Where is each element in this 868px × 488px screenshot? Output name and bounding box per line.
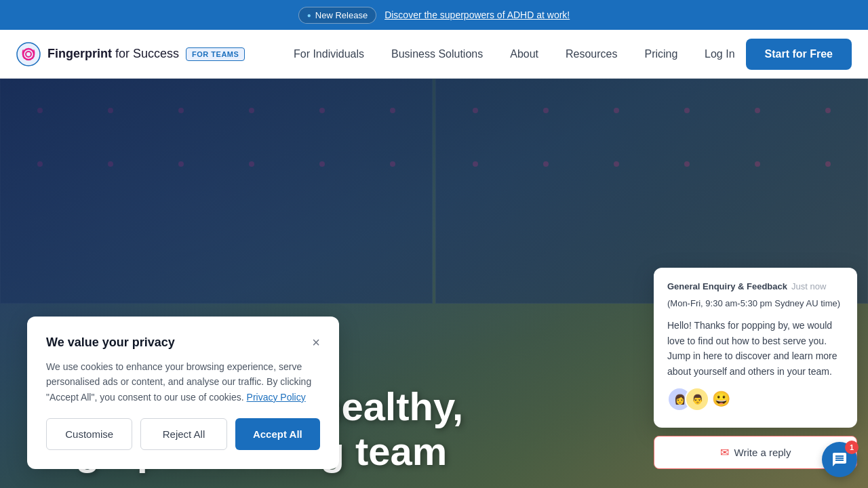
chat-widget: General Enquiry & Feedback Just now (Mon… xyxy=(654,268,857,469)
announcement-link[interactable]: Discover the superpowers of ADHD at work… xyxy=(384,9,570,20)
cookie-buttons: Customise Reject All Accept All xyxy=(46,418,320,450)
reply-icon: ✉ xyxy=(720,446,729,459)
new-release-badge: New Release xyxy=(298,7,376,24)
nav-actions: Log In Start for Free xyxy=(705,39,852,70)
nav-about[interactable]: About xyxy=(499,43,549,66)
chat-notification-badge: 1 xyxy=(845,441,859,454)
chat-hours: (Mon-Fri, 9:30 am-5:30 pm Sydney AU time… xyxy=(667,298,844,308)
nav-pricing[interactable]: Pricing xyxy=(634,43,689,66)
chat-time: Just now xyxy=(791,281,826,291)
login-link[interactable]: Log In xyxy=(705,48,734,60)
cookie-close-button[interactable]: × xyxy=(312,336,320,349)
reject-all-button[interactable]: Reject All xyxy=(140,418,226,450)
logo-text: Fingerprint for Success xyxy=(47,47,179,61)
logo-area[interactable]: Fingerprint for Success FOR TEAMS xyxy=(16,42,245,66)
chat-trigger-button[interactable]: 1 xyxy=(822,442,857,477)
nav-for-individuals[interactable]: For Individuals xyxy=(283,43,375,66)
write-reply-label: Write a reply xyxy=(734,447,791,458)
announcement-bar: New Release Discover the superpowers of … xyxy=(0,0,868,30)
start-free-button[interactable]: Start for Free xyxy=(746,39,852,70)
chat-bubble: General Enquiry & Feedback Just now (Mon… xyxy=(654,268,857,428)
accept-all-button[interactable]: Accept All xyxy=(235,418,320,450)
nav-business-solutions[interactable]: Business Solutions xyxy=(380,43,494,66)
fingerprint-logo-icon xyxy=(16,42,41,66)
chat-message-text: Hello! Thanks for popping by, we would l… xyxy=(667,318,844,379)
cookie-title: We value your privacy xyxy=(46,336,175,350)
svg-point-0 xyxy=(17,43,40,66)
for-teams-badge: FOR TEAMS xyxy=(186,47,245,61)
chat-emoji: 😀 xyxy=(712,390,730,408)
chat-trigger-icon xyxy=(831,451,848,468)
navbar: Fingerprint for Success FOR TEAMS For In… xyxy=(0,30,868,79)
cookie-consent-dialog: We value your privacy × We use cookies t… xyxy=(27,317,339,469)
nav-resources[interactable]: Resources xyxy=(555,43,628,66)
chat-avatar-2: 👨 xyxy=(685,387,709,411)
chat-agent-name: General Enquiry & Feedback xyxy=(667,281,787,291)
cookie-body-text: We use cookies to enhance your browsing … xyxy=(46,359,320,405)
chat-header: General Enquiry & Feedback Just now xyxy=(667,281,844,291)
privacy-policy-link[interactable]: Privacy Policy xyxy=(247,392,306,403)
nav-links: For Individuals Business Solutions About… xyxy=(267,43,705,66)
customise-button[interactable]: Customise xyxy=(46,418,132,450)
chat-avatars: 👩 👨 😀 xyxy=(667,387,844,411)
new-release-label: New Release xyxy=(315,10,368,20)
cookie-header: We value your privacy × xyxy=(46,336,320,350)
hero-section: Build a happy, healthy, high-performing … xyxy=(0,79,868,488)
